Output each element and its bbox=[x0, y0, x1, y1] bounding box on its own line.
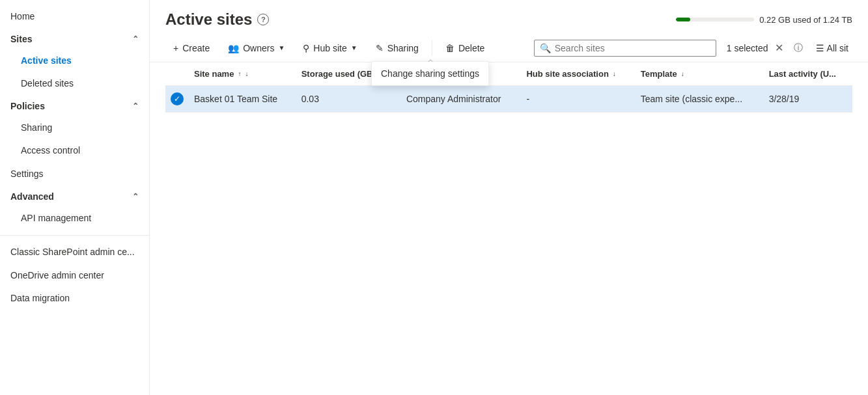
storage-bar bbox=[676, 18, 754, 21]
sidebar-api-label: API management bbox=[21, 212, 91, 225]
storage-text: 0.22 GB used of 1.24 TB bbox=[759, 15, 852, 25]
sidebar-settings-label: Settings bbox=[10, 168, 44, 181]
hub-site-label: Hub site bbox=[313, 43, 346, 53]
search-box[interactable]: 🔍 bbox=[534, 40, 716, 57]
th-site-name[interactable]: Site name ↑ ↓ bbox=[189, 62, 296, 86]
sidebar-item-home-label: Home bbox=[10, 10, 35, 23]
th-hub-label: Hub site association bbox=[526, 69, 608, 79]
sidebar-migration-label: Data migration bbox=[10, 292, 70, 305]
sort-template-icon: ↓ bbox=[681, 70, 684, 77]
row-checkbox[interactable]: ✓ bbox=[165, 86, 189, 113]
page-title: Active sites bbox=[165, 10, 252, 29]
page-info-icon[interactable]: ? bbox=[257, 14, 269, 25]
sharing-tooltip: Change sharing settings bbox=[371, 61, 489, 86]
th-hub-site[interactable]: Hub site association ↓ bbox=[521, 62, 635, 86]
sidebar-item-policies[interactable]: Policies ⌃ bbox=[0, 96, 149, 116]
sharing-label: Sharing bbox=[387, 43, 419, 53]
create-button[interactable]: + Create bbox=[165, 39, 217, 57]
chevron-up-icon-3: ⌃ bbox=[132, 192, 139, 201]
selected-count: 1 selected bbox=[727, 43, 768, 53]
sidebar-classic-label: Classic SharePoint admin ce... bbox=[10, 246, 135, 259]
sidebar-item-data-migration[interactable]: Data migration bbox=[0, 287, 149, 310]
row-template: Team site (classic expe... bbox=[636, 86, 764, 113]
th-storage-label: Storage used (GB) bbox=[301, 69, 376, 79]
sharing-button[interactable]: ✎ Sharing bbox=[368, 39, 427, 57]
sidebar-advanced-label: Advanced bbox=[10, 191, 54, 202]
filter-icon: ☰ bbox=[816, 43, 824, 53]
table-body: ✓ Basket 01 Team Site 0.03 Company Admin… bbox=[165, 86, 852, 113]
toolbar-separator bbox=[432, 40, 432, 56]
table-header: Site name ↑ ↓ Storage used (GB) ↓ bbox=[165, 62, 852, 86]
th-checkbox[interactable] bbox=[165, 62, 189, 86]
chevron-up-icon-2: ⌃ bbox=[132, 102, 139, 111]
sidebar-item-advanced[interactable]: Advanced ⌃ bbox=[0, 186, 149, 207]
sidebar-item-deleted-sites[interactable]: Deleted sites bbox=[0, 72, 149, 96]
hub-icon: ⚲ bbox=[303, 43, 309, 53]
all-sites-label: All sit bbox=[827, 43, 848, 53]
delete-icon: 🗑 bbox=[445, 43, 455, 53]
sidebar-item-home[interactable]: Home bbox=[0, 5, 149, 29]
row-primary-admin: Company Administrator bbox=[401, 86, 522, 113]
page-title-container: Active sites ? bbox=[165, 10, 269, 29]
search-input[interactable] bbox=[555, 43, 710, 53]
table-row[interactable]: ✓ Basket 01 Team Site 0.03 Company Admin… bbox=[165, 86, 852, 113]
sidebar-policies-label: Policies bbox=[10, 101, 45, 111]
th-site-name-label: Site name bbox=[194, 69, 234, 79]
sort-hub-icon: ↓ bbox=[613, 70, 616, 77]
sidebar-item-sites[interactable]: Sites ⌃ bbox=[0, 29, 149, 49]
sidebar-item-settings[interactable]: Settings bbox=[0, 163, 149, 186]
th-last-activity[interactable]: Last activity (U... bbox=[764, 62, 852, 86]
sidebar-item-api-management[interactable]: API management bbox=[0, 207, 149, 230]
sidebar-onedrive-label: OneDrive admin center bbox=[10, 269, 104, 282]
sidebar-item-active-sites[interactable]: Active sites bbox=[0, 49, 149, 73]
clear-selection-button[interactable]: ✕ bbox=[774, 40, 785, 55]
selection-info-button[interactable]: ⓘ bbox=[790, 41, 807, 55]
chevron-up-icon: ⌃ bbox=[132, 34, 139, 44]
sidebar-item-access-control[interactable]: Access control bbox=[0, 139, 149, 163]
storage-bar-fill bbox=[676, 18, 690, 21]
row-storage-used: 0.03 bbox=[296, 86, 401, 113]
owners-button[interactable]: 👥 Owners ▼ bbox=[220, 39, 292, 57]
hub-chevron-icon: ▼ bbox=[351, 44, 357, 51]
hub-site-button[interactable]: ⚲ Hub site ▼ bbox=[295, 39, 365, 57]
page-header: Active sites ? 0.22 GB used of 1.24 TB bbox=[150, 0, 868, 34]
tooltip-text: Change sharing settings bbox=[381, 68, 479, 79]
sidebar-access-control-label: Access control bbox=[21, 144, 80, 157]
th-last-activity-label: Last activity (U... bbox=[769, 69, 836, 79]
search-icon: 🔍 bbox=[540, 43, 551, 53]
owners-label: Owners bbox=[243, 43, 274, 53]
create-label: Create bbox=[182, 43, 210, 53]
sidebar-active-sites-label: Active sites bbox=[21, 55, 72, 68]
owners-icon: 👥 bbox=[228, 43, 239, 53]
sidebar-item-sharing[interactable]: Sharing bbox=[0, 116, 149, 140]
sort-toggle-icon: ↓ bbox=[245, 70, 248, 77]
sidebar-divider bbox=[0, 235, 149, 236]
th-template-label: Template bbox=[641, 69, 677, 79]
sidebar-deleted-sites-label: Deleted sites bbox=[21, 77, 74, 90]
delete-button[interactable]: 🗑 Delete bbox=[438, 39, 492, 57]
selected-badge: 1 selected ✕ ⓘ ☰ All sit bbox=[727, 40, 852, 55]
row-site-name: Basket 01 Team Site bbox=[189, 86, 296, 113]
sidebar-item-onedrive-admin[interactable]: OneDrive admin center bbox=[0, 264, 149, 288]
sidebar-item-classic-sharepoint[interactable]: Classic SharePoint admin ce... bbox=[0, 241, 149, 264]
main-content: Active sites ? 0.22 GB used of 1.24 TB +… bbox=[150, 0, 868, 395]
sharing-icon: ✎ bbox=[376, 43, 384, 53]
storage-info: 0.22 GB used of 1.24 TB bbox=[676, 15, 852, 25]
sites-table: Site name ↑ ↓ Storage used (GB) ↓ bbox=[165, 62, 852, 113]
plus-icon: + bbox=[173, 43, 178, 53]
delete-label: Delete bbox=[458, 43, 484, 53]
row-hub-site: - bbox=[521, 86, 635, 113]
row-last-activity: 3/28/19 bbox=[764, 86, 852, 113]
toolbar: + Create 👥 Owners ▼ ⚲ Hub site ▼ ✎ Shari… bbox=[150, 34, 868, 62]
sort-asc-icon: ↑ bbox=[238, 70, 241, 77]
owners-chevron-icon: ▼ bbox=[278, 44, 285, 51]
table-container: Site name ↑ ↓ Storage used (GB) ↓ bbox=[150, 62, 868, 395]
th-template[interactable]: Template ↓ bbox=[636, 62, 764, 86]
sidebar-sharing-label: Sharing bbox=[21, 122, 52, 135]
sidebar-sites-label: Sites bbox=[10, 34, 32, 44]
sidebar: Home Sites ⌃ Active sites Deleted sites … bbox=[0, 0, 150, 395]
selected-check-icon: ✓ bbox=[171, 92, 184, 105]
filter-button[interactable]: ☰ All sit bbox=[812, 42, 852, 55]
